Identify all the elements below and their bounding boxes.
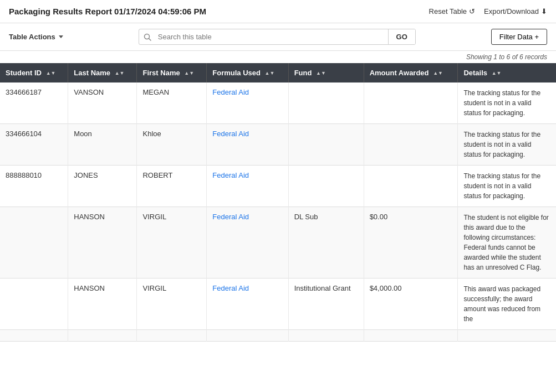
cell-amount-awarded: $4,000.00: [364, 278, 458, 330]
cell-details: The tracking status for the student is n…: [458, 82, 556, 124]
cell-student-id: 888888010: [0, 166, 68, 207]
cell-fund: Institutional Grant: [288, 278, 364, 330]
table-row: 334666187VANSONMEGANFederal AidThe track…: [0, 82, 556, 124]
cell-amount-awarded: [364, 166, 458, 207]
col-last-name[interactable]: Last Name ▲▼: [68, 63, 137, 82]
header-actions: Reset Table ↺ Export/Download ⬇: [429, 7, 547, 16]
cell-details: [458, 330, 556, 342]
cell-fund: DL Sub: [288, 207, 364, 278]
table-row: 334666104MoonKhloeFederal AidThe trackin…: [0, 124, 556, 166]
cell-details: The tracking status for the student is n…: [458, 166, 556, 207]
table-row: 888888010JONESROBERTFederal AidThe track…: [0, 166, 556, 207]
svg-line-1: [149, 38, 151, 40]
table-container: Student ID ▲▼ Last Name ▲▼ First Name ▲▼…: [0, 63, 556, 342]
reset-table-button[interactable]: Reset Table ↺: [429, 7, 475, 16]
cell-formula-used: Federal Aid: [207, 278, 288, 330]
cell-fund: [288, 330, 364, 342]
search-input[interactable]: [156, 29, 388, 44]
search-area: GO: [139, 29, 416, 45]
table-row: HANSONVIRGILFederal AidInstitutional Gra…: [0, 278, 556, 330]
export-download-button[interactable]: Export/Download ⬇: [484, 7, 547, 16]
col-details[interactable]: Details ▲▼: [458, 63, 556, 82]
col-formula-used[interactable]: Formula Used ▲▼: [207, 63, 288, 82]
records-info: Showing 1 to 6 of 6 records: [0, 51, 556, 63]
header-bar: Packaging Results Report 01/17/2024 04:5…: [0, 0, 556, 23]
cell-amount-awarded: [364, 124, 458, 166]
toolbar: Table Actions GO Filter Data +: [0, 23, 556, 51]
cell-first-name: MEGAN: [137, 82, 207, 124]
cell-fund: [288, 82, 364, 124]
cell-last-name: HANSON: [68, 278, 137, 330]
cell-fund: [288, 166, 364, 207]
cell-formula-used: Federal Aid: [207, 166, 288, 207]
table-row: [0, 330, 556, 342]
results-table: Student ID ▲▼ Last Name ▲▼ First Name ▲▼…: [0, 63, 556, 342]
cell-fund: [288, 124, 364, 166]
cell-first-name: Khloe: [137, 124, 207, 166]
reset-icon: ↺: [469, 7, 475, 16]
filter-data-button[interactable]: Filter Data +: [491, 29, 547, 45]
cell-last-name: VANSON: [68, 82, 137, 124]
cell-last-name: [68, 330, 137, 342]
cell-last-name: Moon: [68, 124, 137, 166]
export-label: Export/Download: [484, 7, 539, 16]
cell-details: The student is not eligible for this awa…: [458, 207, 556, 278]
search-icon: [139, 30, 156, 44]
table-actions-label: Table Actions: [9, 33, 55, 41]
cell-details: This award was packaged successfully; th…: [458, 278, 556, 330]
table-actions-button[interactable]: Table Actions: [9, 33, 63, 41]
cell-student-id: 334666104: [0, 124, 68, 166]
cell-amount-awarded: [364, 82, 458, 124]
table-row: HANSONVIRGILFederal AidDL Sub$0.00The st…: [0, 207, 556, 278]
page-title: Packaging Results Report 01/17/2024 04:5…: [9, 7, 206, 16]
cell-formula-used: Federal Aid: [207, 82, 288, 124]
cell-details: The tracking status for the student is n…: [458, 124, 556, 166]
cell-student-id: [0, 207, 68, 278]
cell-last-name: HANSON: [68, 207, 137, 278]
cell-first-name: VIRGIL: [137, 278, 207, 330]
cell-student-id: [0, 278, 68, 330]
sort-icon: ▲▼: [115, 71, 125, 76]
table-body: 334666187VANSONMEGANFederal AidThe track…: [0, 82, 556, 342]
col-student-id[interactable]: Student ID ▲▼: [0, 63, 68, 82]
col-fund[interactable]: Fund ▲▼: [288, 63, 364, 82]
cell-amount-awarded: [364, 330, 458, 342]
sort-icon: ▲▼: [316, 71, 326, 76]
cell-student-id: 334666187: [0, 82, 68, 124]
cell-first-name: ROBERT: [137, 166, 207, 207]
chevron-down-icon: [59, 35, 63, 38]
col-first-name[interactable]: First Name ▲▼: [137, 63, 207, 82]
cell-last-name: JONES: [68, 166, 137, 207]
sort-icon: ▲▼: [492, 71, 502, 76]
cell-student-id: [0, 330, 68, 342]
cell-first-name: VIRGIL: [137, 207, 207, 278]
cell-first-name: [137, 330, 207, 342]
cell-formula-used: [207, 330, 288, 342]
go-button[interactable]: GO: [388, 29, 415, 44]
reset-label: Reset Table: [429, 7, 467, 16]
col-amount-awarded[interactable]: Amount Awarded ▲▼: [364, 63, 458, 82]
sort-icon: ▲▼: [184, 71, 194, 76]
sort-icon: ▲▼: [265, 71, 275, 76]
sort-icon: ▲▼: [433, 71, 443, 76]
table-header-row: Student ID ▲▼ Last Name ▲▼ First Name ▲▼…: [0, 63, 556, 82]
export-icon: ⬇: [541, 7, 547, 16]
cell-formula-used: Federal Aid: [207, 207, 288, 278]
sort-icon: ▲▼: [46, 71, 56, 76]
cell-amount-awarded: $0.00: [364, 207, 458, 278]
cell-formula-used: Federal Aid: [207, 124, 288, 166]
